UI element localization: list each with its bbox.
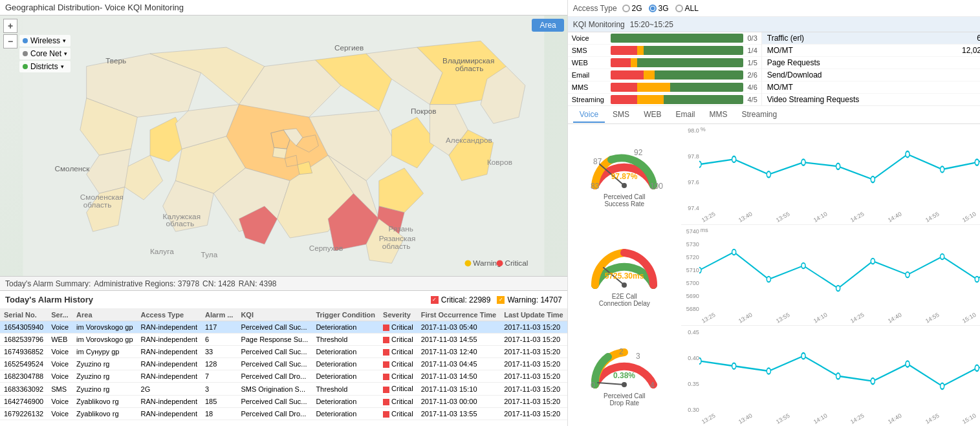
svg-text:92: 92 (634, 148, 643, 157)
sms-bar-orange (637, 46, 644, 55)
svg-point-43 (801, 159, 805, 165)
y-label-980: 98.0 (681, 127, 699, 134)
y-5720: 5720 (681, 254, 699, 261)
kqi-voice-row: Voice 0/3 (568, 32, 761, 45)
tab-streaming[interactable]: Streaming (735, 107, 783, 123)
table-row[interactable]: 1652549524VoiceZyuzino rgRAN-independent… (0, 358, 567, 370)
table-row[interactable]: 1682304788VoiceZyuzino rgRAN-independent… (0, 370, 567, 383)
svg-point-66 (906, 361, 909, 367)
metric-send-label: Send/Download (767, 70, 822, 80)
tab-sms[interactable]: SMS (606, 107, 636, 123)
map-title: Geographical Distribution- Voice KQI Mon… (0, 0, 567, 16)
radio-2g-label: 2G (632, 4, 642, 13)
metric-traffic-value: 62,402.79 (977, 34, 980, 43)
chart-drop-svg (699, 326, 980, 416)
sms-bar-red (611, 46, 637, 55)
kqi-streaming-bar (611, 95, 744, 104)
radio-3g[interactable]: 3G (649, 4, 669, 13)
warning-badge[interactable]: ✓ Warning: 14707 (497, 295, 561, 304)
svg-text:Калуга: Калуга (150, 247, 174, 255)
zoom-in-button[interactable]: + (3, 19, 17, 33)
svg-line-33 (598, 383, 624, 385)
kqi-streaming-label: Streaming (572, 96, 611, 103)
wireless-dot (23, 38, 28, 43)
metric-page-label: Page Requests (767, 58, 820, 67)
kqi-tabs: Voice SMS WEB Email MMS Streaming ⊞ (568, 106, 980, 124)
svg-text:Тверь: Тверь (105, 56, 126, 65)
map-svg: Тверь Сергиев Владимирская область Покро… (0, 16, 567, 276)
svg-point-65 (871, 378, 875, 384)
tab-voice[interactable]: Voice (573, 107, 605, 123)
metric-video-label: Video Streaming Requests (767, 95, 860, 104)
chart-success-x-labels: 13:25 13:40 13:55 14:10 14:25 14:40 14:5… (701, 218, 980, 224)
table-row[interactable]: 1674936852Voiceim Сунуру gpRAN-independe… (0, 346, 567, 358)
access-type-bar: Access Type 2G 3G ALL ▽ (568, 0, 980, 17)
svg-point-46 (906, 151, 909, 157)
radio-3g-circle (649, 5, 657, 12)
tab-web[interactable]: WEB (637, 107, 668, 123)
kqi-mms-row: MMS 4/6 (568, 81, 761, 94)
kqi-voice-value: 0/3 (747, 34, 757, 42)
tab-mms[interactable]: MMS (702, 107, 734, 123)
legend-districts[interactable]: Districts ▾ (19, 61, 71, 72)
radio-2g-circle (622, 5, 630, 12)
svg-text:3: 3 (636, 352, 640, 361)
table-row[interactable]: 1682539796WEBim Vorovskogo gpRAN-indepen… (0, 334, 567, 346)
critical-label: Critical: 22989 (441, 295, 491, 304)
map-area: Тверь Сергиев Владимирская область Покро… (0, 16, 567, 276)
kqi-email-value: 2/6 (747, 71, 757, 79)
wireless-arrow: ▾ (63, 37, 66, 44)
severity-indicator (383, 325, 389, 331)
col-trigger: Trigger Condition (312, 309, 379, 321)
area-button[interactable]: Area (532, 19, 563, 32)
y-5710: 5710 (681, 267, 699, 273)
radio-all[interactable]: ALL (675, 4, 699, 13)
svg-point-40 (699, 162, 701, 167)
radio-2g[interactable]: 2G (622, 4, 642, 13)
metric-momt1-row: MO/MT 12,022/86,824 (762, 45, 980, 57)
critical-badge[interactable]: ✓ Critical: 22989 (431, 295, 491, 304)
gauge-drop-svg: 0 2 3 4 0.38% (585, 343, 663, 391)
table-row[interactable]: 1679226132VoiceZyablikovo rgRAN-independ… (0, 407, 567, 420)
table-row[interactable]: 1654305940Voiceim Vorovskogo gpRAN-indep… (0, 321, 567, 334)
svg-point-52 (767, 277, 770, 282)
svg-text:Рязань: Рязань (389, 224, 413, 233)
kqi-mms-value: 4/6 (747, 83, 757, 91)
svg-point-51 (732, 250, 735, 255)
svg-text:4: 4 (650, 381, 655, 390)
gauge-delay-svg: 5725.30ms (585, 243, 663, 292)
zoom-out-button[interactable]: − (3, 34, 17, 48)
svg-point-41 (732, 156, 735, 162)
metric-momt2-label: MO/MT (767, 83, 793, 92)
col-first: First Occurrence Time (417, 309, 501, 321)
voice-bar-green (611, 34, 744, 43)
svg-point-68 (975, 365, 979, 371)
chart-success-svg (699, 124, 980, 215)
y-5700: 5700 (681, 280, 699, 286)
kqi-sms-row: SMS 1/4 (568, 45, 761, 57)
wireless-label: Wireless (30, 36, 60, 45)
severity-indicator (383, 337, 389, 343)
tab-email[interactable]: Email (669, 107, 701, 123)
radio-3g-label: 3G (659, 4, 669, 13)
metric-page-row: Page Requests 74,201 (762, 57, 980, 69)
svg-point-24 (622, 183, 627, 188)
kqi-bars-section: Voice 0/3 SMS 1/4 (568, 32, 762, 105)
gauge-success-svg: 83 87 92 100 97.87% (585, 144, 663, 192)
svg-text:0: 0 (591, 381, 595, 390)
svg-point-61 (732, 363, 735, 369)
col-serial: Serial No. (0, 309, 47, 321)
critical-check-icon: ✓ (431, 296, 439, 304)
gauge-drop-rate: 0 2 3 4 0.38% Perceived CallDrop Rate (571, 326, 678, 423)
left-panel: Geographical Distribution- Voice KQI Mon… (0, 0, 567, 426)
chart-drop-y-labels: 0.45 0.40 0.35 0.30 (681, 326, 699, 416)
bottom-panel: Today's Alarm History ✓ Critical: 22989 … (0, 290, 567, 426)
table-row[interactable]: 1642746900VoiceZyablikovo rgRAN-independ… (0, 395, 567, 407)
legend-wireless[interactable]: Wireless ▾ (19, 35, 71, 47)
y-5690: 5690 (681, 293, 699, 299)
svg-text:область: область (83, 200, 112, 209)
metric-momt1-value: 12,022/86,824 (962, 46, 980, 55)
table-row[interactable]: 1683363092SMSZyuzino rg2G3SMS Originatio… (0, 383, 567, 395)
legend-corenet[interactable]: Core Net ▾ (19, 48, 71, 59)
metric-momt2-row: MO/MT 100/84 (762, 81, 980, 94)
